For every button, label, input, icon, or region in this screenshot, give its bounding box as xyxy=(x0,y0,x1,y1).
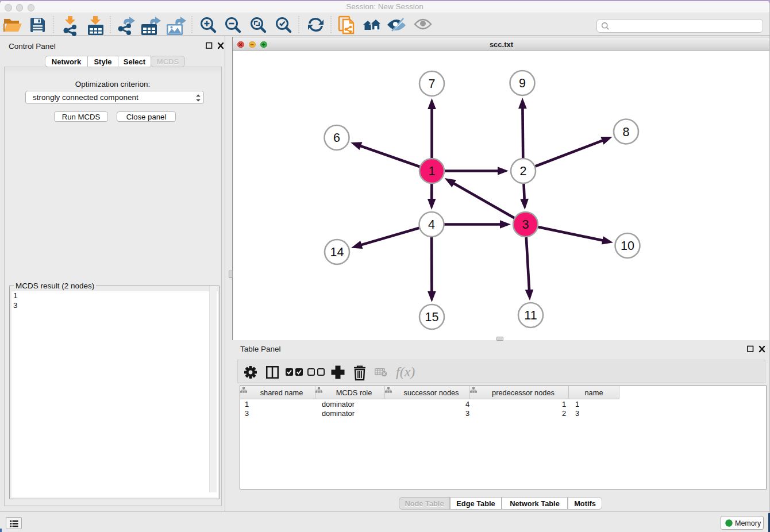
svg-text:7: 7 xyxy=(429,77,436,91)
svg-text:4: 4 xyxy=(428,218,435,232)
svg-text:8: 8 xyxy=(623,125,630,139)
svg-text:14: 14 xyxy=(330,245,344,259)
svg-text:2: 2 xyxy=(520,164,527,178)
svg-text:6: 6 xyxy=(333,131,340,145)
svg-text:f(x): f(x) xyxy=(396,364,415,379)
svg-text:15: 15 xyxy=(425,310,439,324)
svg-text:9: 9 xyxy=(519,76,526,90)
svg-text:3: 3 xyxy=(522,218,529,232)
svg-text:10: 10 xyxy=(621,239,634,253)
svg-text:1: 1 xyxy=(429,164,436,178)
svg-text:11: 11 xyxy=(524,309,537,322)
